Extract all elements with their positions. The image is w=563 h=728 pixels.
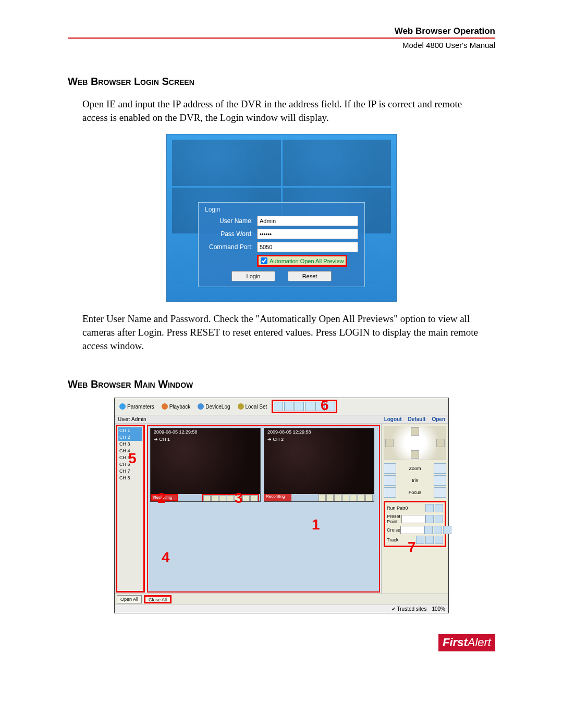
iris-open-button[interactable] [434,475,446,486]
default-link[interactable]: Default [408,416,426,422]
channel-item[interactable]: CH 7 [118,468,142,475]
ptz-direction-pad[interactable] [384,426,446,460]
preview-area: 2009-08-05 12:29:58 ➔ CH 1 Recording 200… [147,425,380,593]
zoom-out-button[interactable] [384,463,396,474]
toolbar-devicelog[interactable]: DeviceLog [195,403,232,410]
page-header-subtitle: Model 4800 User's Manual [68,41,495,50]
channel-item[interactable]: CH 3 [118,441,142,448]
username-label: User Name: [205,217,253,225]
ptz-right-icon[interactable] [436,439,445,447]
ptz-down-icon[interactable] [411,450,419,459]
pill-icon[interactable] [425,504,434,512]
status-bar: ✔ Trusted sites 100% [115,604,448,613]
tile-ctrl-icon[interactable] [227,495,234,502]
username-input[interactable] [257,216,358,226]
open-all-button[interactable]: Open All [117,595,142,603]
auto-open-preview-checkbox[interactable] [261,257,267,264]
main-toolbar: Parameters Playback DeviceLog Local Set [115,398,448,415]
pill-icon[interactable] [434,526,442,534]
layout-16[interactable] [305,402,314,411]
tile-ctrl-icon[interactable] [219,495,226,502]
pill-icon[interactable] [424,526,433,534]
tile-ctrl-icon[interactable] [326,494,334,501]
playback-icon [162,403,168,410]
pill-icon[interactable] [435,504,443,512]
zoom-level-label: 100% [432,606,445,612]
header-divider [68,38,495,39]
pill-icon[interactable] [425,536,434,544]
channel-item[interactable]: CH 8 [118,475,142,482]
open-link[interactable]: Open [432,416,445,422]
reset-button[interactable]: Reset [288,271,332,281]
cruise-input[interactable] [400,526,424,534]
figure-main-window: Parameters Playback DeviceLog Local Set [114,398,449,613]
zoom-in-button[interactable] [434,463,446,474]
video-tile-ch1[interactable]: 2009-08-05 12:29:58 ➔ CH 1 Recording [150,428,261,502]
recording-indicator: Recording [264,494,291,501]
tile-timestamp: 2009-08-05 12:29:58 [267,429,311,435]
trusted-sites-label: ✔ Trusted sites [391,606,426,612]
password-label: Pass Word: [205,230,253,238]
channel-item[interactable]: CH 6 [118,461,142,468]
tile-ctrl-icon[interactable] [211,495,218,502]
tile-channel-label: ➔ CH 2 [267,437,284,442]
user-bar: User: Admin Logout Default Open [115,415,448,424]
auto-open-preview-highlight: Automation Open All Preview [257,255,347,267]
tile-ctrl-icon[interactable] [235,495,242,502]
layout-1[interactable] [274,402,283,411]
logo-word-first: First [443,636,468,649]
toolbar-localset-label: Local Set [246,404,267,410]
tile-control-strip [319,494,373,501]
logo-word-alert: Alert [468,636,491,649]
tile-ctrl-icon[interactable] [342,494,349,501]
auto-open-preview-label: Automation Open All Preview [270,258,344,264]
toolbar-localset[interactable]: Local Set [235,403,270,410]
ptz-left-icon[interactable] [385,439,394,447]
layout-9[interactable] [295,402,304,411]
toolbar-playback[interactable]: Playback [159,403,193,410]
channel-item[interactable]: CH 4 [118,448,142,454]
channel-item[interactable]: CH 5 [118,454,142,461]
layout-36[interactable] [326,402,335,411]
tile-ctrl-icon[interactable] [319,494,326,501]
toolbar-parameters[interactable]: Parameters [117,403,157,410]
tile-timestamp: 2009-08-05 12:29:58 [154,429,198,435]
tile-ctrl-icon[interactable] [242,495,250,502]
logout-link[interactable]: Logout [384,416,402,422]
iris-close-button[interactable] [384,475,396,486]
tile-ctrl-icon[interactable] [203,495,211,502]
command-port-label: Command Port: [205,243,253,251]
layout-4[interactable] [284,402,293,411]
page-header-title: Web Browser Operation [68,26,495,36]
section1-para1: Open IE and input the IP address of the … [82,97,484,124]
channel-list: CH 1 CH 2 CH 3 CH 4 CH 5 CH 6 CH 7 CH 8 [116,425,145,593]
tile-ctrl-icon[interactable] [365,494,373,501]
tile-channel-label: ➔ CH 1 [154,437,170,442]
toolbar-devicelog-label: DeviceLog [205,404,230,410]
recording-indicator: Recording [151,494,178,501]
command-port-input[interactable] [257,242,358,252]
video-tile-ch2[interactable]: 2009-08-05 12:29:58 ➔ CH 2 Recording [264,428,374,502]
preset-point-input[interactable] [401,515,425,523]
tile-ctrl-icon[interactable] [350,494,357,501]
tile-ctrl-icon[interactable] [334,494,341,501]
pill-icon[interactable] [435,536,443,544]
focus-far-button[interactable] [434,487,446,498]
login-dialog-title: Login [205,206,358,213]
login-button[interactable]: Login [231,271,275,281]
channel-item[interactable]: CH 1 [118,427,142,434]
pill-icon[interactable] [416,536,424,544]
pill-icon[interactable] [443,526,451,534]
focus-near-button[interactable] [384,487,396,498]
pill-icon[interactable] [425,515,434,523]
ptz-up-icon[interactable] [411,427,419,436]
layout-25[interactable] [315,402,325,411]
close-all-button[interactable]: Close All [144,595,172,603]
password-input[interactable] [257,229,358,239]
tile-ctrl-icon[interactable] [358,494,365,501]
pill-icon[interactable] [435,515,443,523]
channel-item[interactable]: CH 2 [118,434,142,441]
tile-ctrl-icon[interactable] [250,495,258,502]
section1-para2: Enter User Name and Password. Check the … [82,312,484,352]
toolbar-parameters-label: Parameters [127,404,154,410]
